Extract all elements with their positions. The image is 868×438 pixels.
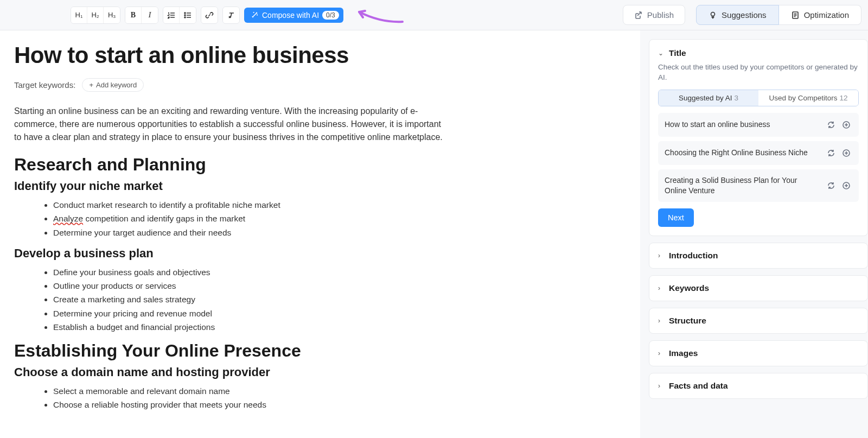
compose-ai-label: Compose with AI bbox=[262, 11, 319, 20]
add-icon[interactable] bbox=[840, 147, 852, 159]
suggested-by-ai-tab[interactable]: Suggested by AI3 bbox=[659, 90, 758, 106]
chevron-right-icon: › bbox=[658, 317, 665, 325]
heading-group: H1 H2 H3 bbox=[71, 7, 120, 24]
add-icon[interactable] bbox=[840, 119, 852, 131]
ordered-list-button[interactable] bbox=[163, 7, 180, 23]
magic-wand-icon bbox=[251, 11, 259, 19]
page-title[interactable]: How to start an online business bbox=[14, 42, 624, 68]
list-item[interactable]: Conduct market research to identify a pr… bbox=[53, 199, 624, 211]
list-item[interactable]: Create a marketing and sales strategy bbox=[53, 293, 624, 306]
h3-niche[interactable]: Identify your niche market bbox=[14, 179, 624, 193]
next-button[interactable]: Next bbox=[658, 208, 694, 227]
svg-point-2 bbox=[184, 17, 186, 18]
italic-button[interactable]: I bbox=[142, 7, 158, 23]
chevron-right-icon: › bbox=[658, 284, 665, 292]
h2-button[interactable]: H2 bbox=[87, 7, 104, 23]
h3-button[interactable]: H3 bbox=[104, 7, 120, 23]
format-group: B I bbox=[125, 7, 158, 24]
list-item[interactable]: Select a memorable and relevant domain n… bbox=[53, 385, 624, 397]
add-icon[interactable] bbox=[840, 180, 852, 192]
add-keyword-button[interactable]: + Add keyword bbox=[82, 78, 144, 92]
images-panel[interactable]: › Images bbox=[649, 340, 868, 366]
title-panel-desc: Check out the titles used by your compet… bbox=[658, 62, 859, 83]
intro-paragraph[interactable]: Starting an online business can be an ex… bbox=[14, 105, 448, 144]
clear-format-button[interactable] bbox=[223, 7, 239, 23]
title-suggestion[interactable]: How to start an online business bbox=[658, 113, 859, 137]
callout-arrow-icon bbox=[351, 5, 405, 25]
suggestions-tab[interactable]: Suggestions bbox=[696, 5, 779, 25]
list-item[interactable]: Outline your products or services bbox=[53, 280, 624, 292]
regenerate-icon[interactable] bbox=[825, 180, 837, 192]
keywords-label: Target keywords: bbox=[14, 80, 75, 90]
unordered-list-button[interactable] bbox=[180, 7, 196, 23]
chevron-right-icon: › bbox=[658, 350, 665, 357]
editor-area[interactable]: How to start an online business Target k… bbox=[0, 30, 640, 438]
compose-badge: 0/3 bbox=[322, 11, 339, 20]
suggestions-sidebar: ⌄ Title Check out the titles used by you… bbox=[640, 30, 868, 438]
chevron-right-icon: › bbox=[658, 382, 665, 390]
title-suggestion[interactable]: Creating a Solid Business Plan for Your … bbox=[658, 169, 859, 202]
panel-tabs: Suggestions Optimization bbox=[696, 5, 861, 25]
regenerate-icon[interactable] bbox=[825, 119, 837, 131]
compose-ai-button[interactable]: Compose with AI 0/3 bbox=[244, 8, 343, 23]
title-panel-heading: Title bbox=[669, 48, 686, 58]
h2-presence[interactable]: Establishing Your Online Presence bbox=[14, 341, 624, 361]
structure-panel[interactable]: › Structure bbox=[649, 308, 868, 334]
svg-point-0 bbox=[184, 12, 186, 14]
list-item[interactable]: Determine your target audience and their… bbox=[53, 226, 624, 239]
page-icon bbox=[791, 11, 800, 20]
used-by-competitors-tab[interactable]: Used by Competitors12 bbox=[758, 90, 858, 106]
list-item[interactable]: Define your business goals and objective… bbox=[53, 266, 624, 278]
publish-button[interactable]: Publish bbox=[623, 5, 685, 25]
list-item[interactable]: Choose a reliable hosting provider that … bbox=[53, 398, 624, 411]
link-group bbox=[201, 7, 218, 24]
h2-research[interactable]: Research and Planning bbox=[14, 155, 624, 175]
lightbulb-icon bbox=[709, 11, 717, 20]
bold-button[interactable]: B bbox=[125, 7, 142, 23]
chevron-down-icon[interactable]: ⌄ bbox=[658, 49, 665, 57]
list-group bbox=[163, 7, 196, 24]
chevron-right-icon: › bbox=[658, 252, 665, 259]
list-item[interactable]: Analyze competition and identify gaps in… bbox=[53, 212, 624, 225]
title-suggestion[interactable]: Choosing the Right Online Business Niche bbox=[658, 141, 859, 165]
optimization-tab[interactable]: Optimization bbox=[779, 5, 861, 25]
plus-icon: + bbox=[89, 81, 93, 89]
svg-point-3 bbox=[711, 12, 715, 16]
h1-button[interactable]: H1 bbox=[71, 7, 87, 23]
link-button[interactable] bbox=[201, 7, 218, 23]
facts-panel[interactable]: › Facts and data bbox=[649, 373, 868, 399]
h3-domain[interactable]: Choose a domain name and hosting provide… bbox=[14, 365, 624, 379]
keywords-panel[interactable]: › Keywords bbox=[649, 275, 868, 301]
introduction-panel[interactable]: › Introduction bbox=[649, 243, 868, 269]
title-panel: ⌄ Title Check out the titles used by you… bbox=[649, 39, 868, 236]
share-icon bbox=[634, 11, 643, 20]
list-item[interactable]: Determine your pricing and revenue model bbox=[53, 307, 624, 320]
svg-point-1 bbox=[184, 15, 186, 16]
clear-group bbox=[222, 7, 240, 24]
list-item[interactable]: Establish a budget and financial project… bbox=[53, 321, 624, 333]
h3-plan[interactable]: Develop a business plan bbox=[14, 246, 624, 261]
regenerate-icon[interactable] bbox=[825, 147, 837, 159]
